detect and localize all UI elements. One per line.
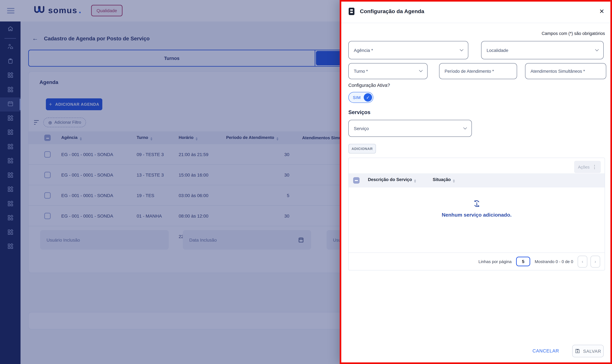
cancelar-button[interactable]: CANCELAR: [532, 348, 559, 353]
rows-per-page-input[interactable]: 5: [516, 257, 530, 266]
previous-page-button[interactable]: ‹: [578, 256, 587, 267]
app-root: somus. Qualidade: [0, 0, 612, 364]
localidade-select[interactable]: Localidade: [481, 41, 604, 59]
agencia-select[interactable]: Agência *: [348, 41, 468, 59]
atendimentos-simultaneos-input[interactable]: Atendimentos Simultâneos *: [525, 63, 606, 79]
drawer-header: Configuração da Agenda ✕: [341, 0, 612, 23]
column-situacao: Situação: [433, 177, 451, 182]
rows-per-page-label: Linhas por página: [478, 259, 512, 264]
turno-select[interactable]: Turno *: [348, 63, 428, 79]
kebab-menu-icon: ⋮: [592, 164, 597, 170]
servicos-table-card: Ações ⋮ Descrição do Serviço Situação Ne…: [348, 158, 605, 271]
column-descricao-servico: Descrição do Serviço: [368, 177, 412, 182]
servico-select[interactable]: Serviço: [348, 120, 472, 137]
configuracao-ativa-toggle[interactable]: SIM ✓: [348, 92, 373, 103]
drawer-title: Configuração da Agenda: [360, 8, 424, 15]
pagination-bar: Linhas por página 5 Mostrando 0 - 0 de 0…: [349, 252, 605, 270]
agenda-panel-icon: [348, 7, 355, 15]
acoes-button[interactable]: Ações ⋮: [574, 161, 601, 173]
check-icon: ✓: [364, 93, 372, 102]
sort-icon[interactable]: [414, 180, 416, 183]
save-floppy-icon: [575, 348, 580, 354]
close-icon[interactable]: ✕: [599, 8, 604, 15]
chevron-down-icon: [463, 126, 467, 129]
sync-alert-icon: [349, 200, 605, 209]
pagination-showing: Mostrando 0 - 0 de 0: [535, 259, 573, 264]
select-all-checkbox[interactable]: [353, 177, 360, 184]
next-page-button[interactable]: ›: [590, 256, 600, 267]
adicionar-servico-button[interactable]: ADICIONAR: [348, 144, 376, 154]
periodo-atendimento-input[interactable]: Período de Atendimento *: [439, 63, 517, 79]
chevron-down-icon: [460, 47, 463, 51]
servicos-table-header: Descrição do Serviço Situação: [349, 173, 605, 187]
chevron-down-icon: [419, 68, 423, 72]
servicos-section-title: Serviços: [348, 109, 370, 115]
sort-icon[interactable]: [453, 180, 455, 183]
configuracao-ativa-label: Configuração Ativa?: [348, 83, 390, 88]
empty-state: Nenhum serviço adicionado.: [349, 200, 605, 218]
drawer-configuracao-agenda: Configuração da Agenda ✕ Campos com (*) …: [341, 0, 612, 364]
modal-backdrop[interactable]: [0, 0, 341, 364]
chevron-down-icon: [595, 47, 599, 51]
required-fields-note: Campos com (*) são obrigatórios: [542, 31, 605, 36]
empty-message: Nenhum serviço adicionado.: [349, 212, 605, 218]
salvar-button[interactable]: SALVAR: [572, 345, 604, 357]
